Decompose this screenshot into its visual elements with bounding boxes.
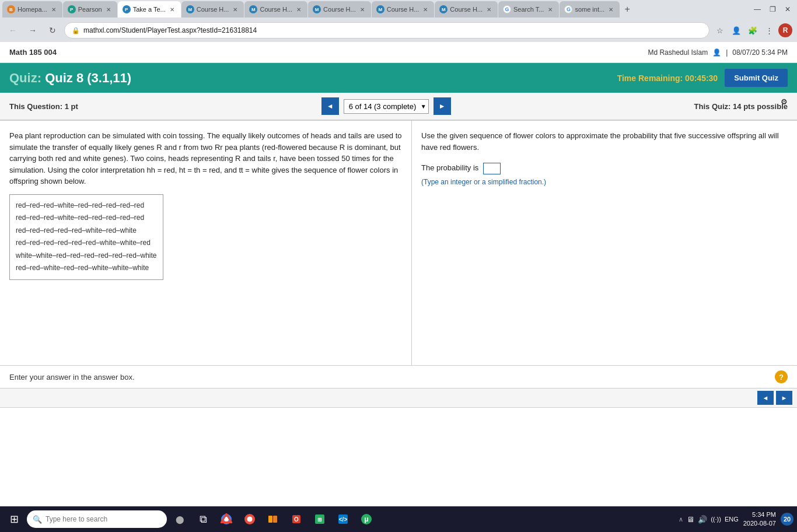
- tab-2-label: Pearson: [78, 6, 102, 13]
- this-question-label: This Question:: [9, 102, 62, 111]
- left-panel: Pea plant reproduction can be simulated …: [0, 121, 412, 365]
- toolbar-icons: ☆ 👤 🧩 ⋮ R: [713, 23, 792, 37]
- minimize-button[interactable]: —: [750, 2, 764, 16]
- tab-10-favicon: G: [564, 5, 572, 13]
- this-quiz: This Quiz: 14 pts possible: [694, 102, 788, 111]
- fraction-hint: (Type an integer or a simplified fractio…: [421, 177, 788, 187]
- tab-8-close[interactable]: ✕: [485, 5, 493, 13]
- question-selector[interactable]: 6 of 14 (3 complete): [344, 99, 429, 114]
- time-remaining: Time Remaining: 00:45:30: [617, 74, 718, 83]
- bottom-nav: ◄ ►: [0, 388, 797, 408]
- url-text: mathxl.com/Student/PlayerTest.aspx?testI…: [83, 26, 702, 34]
- this-quiz-pts: 14 pts possible: [733, 102, 788, 111]
- question-navigation: ◄ 6 of 14 (3 complete) ▼ ►: [321, 97, 451, 115]
- help-button[interactable]: ?: [775, 370, 788, 383]
- tab-8[interactable]: M Course H... ✕: [435, 1, 498, 18]
- tab-6[interactable]: M Course H... ✕: [308, 1, 371, 18]
- nav-bar-wrapper: This Question: 1 pt ◄ 6 of 14 (3 complet…: [0, 93, 797, 121]
- tab-7-close[interactable]: ✕: [421, 5, 429, 13]
- this-question: This Question: 1 pt: [9, 102, 78, 111]
- submit-quiz-button[interactable]: Submit Quiz: [725, 69, 788, 87]
- tab-6-close[interactable]: ✕: [358, 5, 366, 13]
- time-label: Time Remaining:: [617, 74, 683, 83]
- tab-9-close[interactable]: ✕: [546, 5, 554, 13]
- timer-area: Time Remaining: 00:45:30 Submit Quiz: [617, 69, 788, 87]
- tab-3-close[interactable]: ✕: [168, 5, 176, 13]
- back-button[interactable]: ←: [5, 22, 21, 38]
- tab-4-label: Course H...: [197, 6, 229, 13]
- question-text: Pea plant reproduction can be simulated …: [9, 130, 402, 187]
- lock-icon: 🔒: [72, 27, 80, 34]
- question-dropdown-wrapper: 6 of 14 (3 complete) ▼: [344, 99, 429, 114]
- tab-5-favicon: M: [249, 5, 257, 13]
- tab-9[interactable]: G Search T... ✕: [498, 1, 559, 18]
- tab-1-favicon: B: [7, 5, 15, 13]
- tab-3-favicon: P: [123, 5, 131, 13]
- seq-line-3: red–red–red–red–red–white–red–white: [16, 225, 157, 237]
- tab-3-label: Take a Te...: [133, 6, 166, 13]
- quiz-title-bar: Quiz: Quiz 8 (3.1,11) Time Remaining: 00…: [0, 63, 797, 93]
- date-time: 08/07/20 5:34 PM: [732, 48, 788, 57]
- question-nav-bar: This Question: 1 pt ◄ 6 of 14 (3 complet…: [0, 93, 797, 121]
- quiz-title-text: Quiz 8 (3.1,11): [45, 71, 131, 85]
- tab-7[interactable]: M Course H... ✕: [372, 1, 435, 18]
- close-button[interactable]: ✕: [781, 2, 795, 16]
- bookmark-icon[interactable]: ☆: [713, 23, 727, 37]
- bottom-next-button[interactable]: ►: [776, 391, 792, 405]
- this-quiz-label: This Quiz:: [694, 102, 731, 111]
- more-icon[interactable]: ⋮: [762, 23, 776, 37]
- seq-line-5: white–white–red–red–red–red–red–red–whit…: [16, 250, 157, 262]
- tab-10-label: some int...: [575, 6, 604, 13]
- tab-8-favicon: M: [439, 5, 448, 13]
- right-panel: Use the given sequence of flower colors …: [412, 121, 797, 365]
- tab-5-label: Course H...: [260, 6, 292, 13]
- seq-line-4: red–red–red–red–red–red–white–white–red: [16, 237, 157, 250]
- seq-line-6: red–red–white–red–red–white–white–white: [16, 262, 157, 275]
- tab-8-label: Course H...: [450, 6, 483, 13]
- tab-1[interactable]: B Homepa... ✕: [2, 1, 62, 18]
- right-question-text: Use the given sequence of flower colors …: [421, 130, 788, 153]
- next-question-button[interactable]: ►: [434, 97, 451, 115]
- maximize-button[interactable]: ❐: [765, 2, 779, 16]
- tab-6-label: Course H...: [323, 6, 356, 13]
- tab-10-close[interactable]: ✕: [607, 5, 615, 13]
- separator: |: [726, 48, 728, 57]
- prev-question-button[interactable]: ◄: [321, 97, 339, 115]
- sequence-box: red–red–red–white–red–red–red–red–red re…: [9, 194, 163, 281]
- tab-10[interactable]: G some int... ✕: [560, 1, 620, 18]
- course-name: Math 185 004: [9, 48, 57, 57]
- profile-avatar[interactable]: R: [778, 23, 792, 37]
- bottom-prev-button[interactable]: ◄: [757, 391, 774, 405]
- quiz-label: Quiz:: [9, 71, 41, 85]
- tab-3[interactable]: P Take a Te... ✕: [118, 1, 181, 18]
- main-content: Pea plant reproduction can be simulated …: [0, 121, 797, 366]
- probability-line: The probability is: [421, 162, 788, 174]
- answer-note-text: Enter your answer in the answer box.: [9, 373, 135, 382]
- settings-icon[interactable]: ⚙: [781, 97, 788, 106]
- user-name: Md Rashedul Islam: [648, 48, 708, 57]
- tab-7-label: Course H...: [387, 6, 420, 13]
- new-tab-button[interactable]: +: [620, 2, 634, 16]
- tab-4-close[interactable]: ✕: [231, 5, 239, 13]
- tab-9-label: Search T...: [513, 6, 544, 13]
- probability-label: The probability is: [421, 163, 478, 172]
- tab-2[interactable]: P Pearson ✕: [63, 1, 117, 18]
- extension-icon[interactable]: 🧩: [746, 23, 760, 37]
- tab-1-close[interactable]: ✕: [50, 5, 58, 13]
- tab-1-label: Homepa...: [18, 6, 47, 13]
- time-value: 00:45:30: [685, 74, 718, 83]
- forward-button[interactable]: →: [25, 22, 41, 38]
- tab-2-favicon: P: [68, 5, 76, 13]
- tab-9-favicon: G: [503, 5, 511, 13]
- refresh-button[interactable]: ↻: [44, 22, 61, 38]
- account-icon[interactable]: 👤: [729, 23, 743, 37]
- tab-4[interactable]: M Course H... ✕: [181, 1, 244, 18]
- tab-4-favicon: M: [186, 5, 194, 13]
- user-icon: 👤: [712, 48, 721, 57]
- tab-5-close[interactable]: ✕: [295, 5, 303, 13]
- answer-input[interactable]: [483, 163, 501, 174]
- address-input[interactable]: 🔒 mathxl.com/Student/PlayerTest.aspx?tes…: [64, 22, 709, 38]
- tab-5[interactable]: M Course H... ✕: [244, 1, 307, 18]
- quiz-title: Quiz: Quiz 8 (3.1,11): [9, 71, 131, 86]
- tab-2-close[interactable]: ✕: [104, 5, 113, 13]
